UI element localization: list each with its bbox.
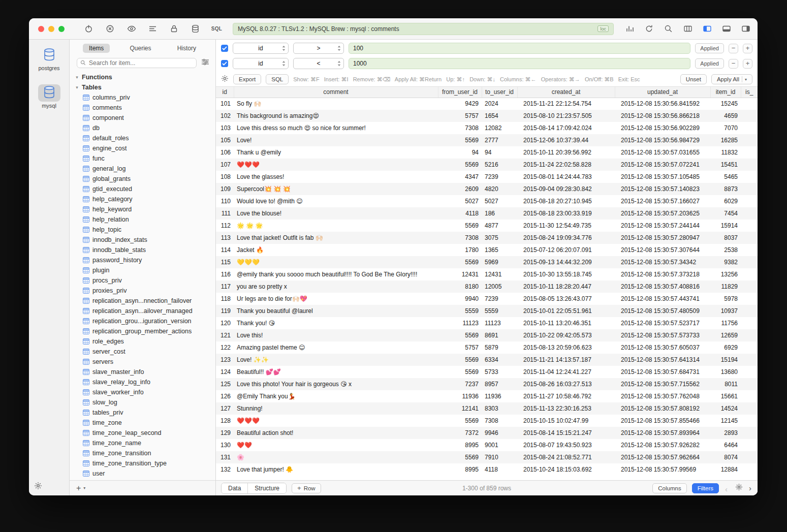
cell[interactable]: 2015-08-14 17:09:42.024: [517, 122, 615, 134]
cell[interactable]: 8037: [710, 232, 741, 244]
sidebar-table-item[interactable]: engine_cost: [70, 143, 215, 153]
cell[interactable]: 2015-08-14 15:15:21.247: [517, 427, 615, 439]
table-row[interactable]: 109Supercool💥 💥 💥260948202015-09-04 09:2…: [216, 183, 758, 195]
sidebar-table-item[interactable]: replication_asyn...nnection_failover: [70, 296, 215, 306]
cell[interactable]: 2015-12-08 15:30:56.841592: [615, 98, 710, 110]
cell[interactable]: [741, 122, 758, 134]
cell[interactable]: 2015-10-11 13:20:46.351: [517, 317, 615, 329]
table-row[interactable]: 126@Emily Thank you💃11936119362015-11-27…: [216, 390, 758, 402]
tab-items[interactable]: Items: [83, 44, 110, 53]
table-row[interactable]: 114Jacket 🔥178013652015-07-12 06:20:07.0…: [216, 244, 758, 256]
cell[interactable]: [741, 439, 758, 451]
cell[interactable]: 124: [216, 366, 234, 378]
cell[interactable]: [741, 232, 758, 244]
cell[interactable]: 2538: [710, 244, 741, 256]
cell[interactable]: 130: [216, 439, 234, 451]
column-header-to_user_id[interactable]: to_user_id: [482, 87, 517, 98]
cell[interactable]: 2015-12-08 15:30:57.573733: [615, 329, 710, 341]
cell[interactable]: 2015-08-18 20:27:10.945: [517, 195, 615, 207]
cell[interactable]: 2015-11-30 12:54:49.735: [517, 220, 615, 232]
cell[interactable]: [741, 415, 758, 427]
table-row[interactable]: 123Love! ✨✨556963342015-11-21 14:13:57.1…: [216, 354, 758, 366]
cell[interactable]: 2015-12-08 15:30:57.684731: [615, 366, 710, 378]
sidebar-table-item[interactable]: role_edges: [70, 336, 215, 347]
cell[interactable]: 9382: [710, 256, 741, 268]
cell[interactable]: 7308: [438, 122, 482, 134]
filter-operator-select[interactable]: <: [293, 58, 344, 69]
chart-icon[interactable]: [625, 24, 635, 34]
cell[interactable]: 2015-11-27 10:58:46.792: [517, 390, 615, 402]
cell[interactable]: 107: [216, 159, 234, 171]
sidebar-table-item[interactable]: time_zone_transition_type: [70, 458, 215, 468]
cell[interactable]: 2015-12-08 15:30:57.893964: [615, 427, 710, 439]
cell[interactable]: 128: [216, 415, 234, 427]
cell[interactable]: [741, 402, 758, 415]
add-item-button[interactable]: +: [76, 484, 81, 492]
cell[interactable]: 2015-08-24 19:09:34.776: [517, 232, 615, 244]
cell[interactable]: [741, 146, 758, 159]
connection-postgres[interactable]: postgres: [38, 47, 60, 71]
cell[interactable]: 12659: [710, 329, 741, 341]
cell[interactable]: 2015-08-01 14:24:44.783: [517, 171, 615, 183]
sidebar-table-item[interactable]: slave_worker_info: [70, 387, 215, 397]
filter-value-input[interactable]: [349, 43, 690, 54]
cell[interactable]: Supercool💥 💥 💥: [234, 183, 438, 195]
sidebar-table-item[interactable]: columns_priv: [70, 92, 215, 103]
cell[interactable]: 2015-12-06 10:37:39.44: [517, 134, 615, 146]
sidebar-table-item[interactable]: slave_master_info: [70, 367, 215, 377]
sidebar-table-item[interactable]: comments: [70, 103, 215, 113]
sidebar-table-item[interactable]: help_category: [70, 194, 215, 204]
cell[interactable]: 120: [216, 317, 234, 329]
cell[interactable]: 11936: [482, 390, 517, 402]
cell[interactable]: 🌟 🌟 🌟: [234, 220, 438, 232]
cell[interactable]: 2015-08-10 21:23:57.505: [517, 110, 615, 122]
filter-sliders-icon[interactable]: [201, 58, 209, 68]
cell[interactable]: 5027: [482, 195, 517, 207]
cell[interactable]: 5569: [438, 451, 482, 463]
sidebar-table-item[interactable]: gtid_executed: [70, 184, 215, 194]
tab-queries[interactable]: Queries: [123, 44, 157, 53]
page-previous-icon[interactable]: ‹: [724, 485, 730, 491]
cell[interactable]: 2015-08-05 13:26:43.077: [517, 293, 615, 305]
sidebar-table-item[interactable]: component: [70, 113, 215, 123]
cell[interactable]: @Emily Thank you💃: [234, 390, 438, 402]
tree-section-tables[interactable]: ▾ Tables: [70, 82, 215, 92]
cell[interactable]: 108: [216, 171, 234, 183]
columns-view-icon[interactable]: [683, 24, 692, 34]
cell[interactable]: 113: [216, 232, 234, 244]
cell[interactable]: 15194: [710, 354, 741, 366]
sidebar-table-item[interactable]: time_zone_leap_second: [70, 428, 215, 438]
cell[interactable]: 8074: [710, 451, 741, 463]
table-row[interactable]: 111Love the blouse!41181862015-08-18 23:…: [216, 207, 758, 220]
cell[interactable]: 15245: [710, 98, 741, 110]
sidebar-table-item[interactable]: server_cost: [70, 347, 215, 357]
cell[interactable]: 2015-12-08 15:30:57.166027: [615, 195, 710, 207]
cell[interactable]: 2015-12-08 15:30:57.641314: [615, 354, 710, 366]
filter-applied-button[interactable]: Applied: [695, 58, 724, 69]
cell[interactable]: 2015-12-08 15:30:56.866218: [615, 110, 710, 122]
cell[interactable]: Love the blouse!: [234, 207, 438, 220]
cell[interactable]: [741, 110, 758, 122]
page-next-icon[interactable]: ›: [748, 484, 752, 492]
cell[interactable]: 2015-08-24 21:08:52.771: [517, 451, 615, 463]
cell[interactable]: Love!: [234, 134, 438, 146]
sidebar-table-item[interactable]: time_zone: [70, 418, 215, 428]
connection-mysql[interactable]: mysql: [38, 84, 60, 109]
sidebar-table-item[interactable]: help_relation: [70, 214, 215, 225]
cell[interactable]: 4118: [438, 207, 482, 220]
cell[interactable]: 4347: [438, 171, 482, 183]
cell[interactable]: 11832: [710, 146, 741, 159]
filter-value-input[interactable]: [349, 58, 690, 69]
sidebar-table-item[interactable]: db: [70, 123, 215, 133]
cell[interactable]: 11829: [710, 280, 741, 293]
cell[interactable]: Amazing pastel theme 😊: [234, 341, 438, 354]
cell[interactable]: 7239: [482, 293, 517, 305]
chevron-down-icon[interactable]: ▾: [75, 75, 79, 80]
cell[interactable]: 2609: [438, 183, 482, 195]
table-row[interactable]: 120Thank you! 😘11123111232015-10-11 13:2…: [216, 317, 758, 329]
cell[interactable]: 5569: [438, 220, 482, 232]
table-row[interactable]: 108Love the glasses!434772392015-08-01 1…: [216, 171, 758, 183]
cell[interactable]: 119: [216, 305, 234, 317]
cell[interactable]: 5733: [482, 366, 517, 378]
cell[interactable]: 16285: [710, 134, 741, 146]
